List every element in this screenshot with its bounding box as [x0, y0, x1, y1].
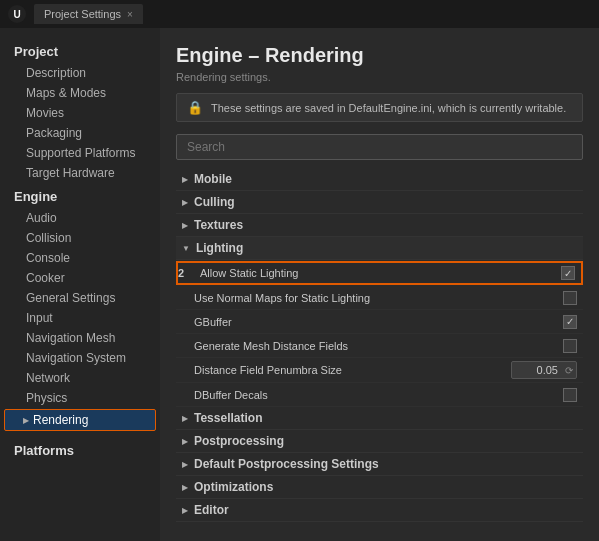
titlebar: U Project Settings × — [0, 0, 599, 28]
sidebar-item-supported-platforms[interactable]: Supported Platforms — [0, 143, 160, 163]
sidebar-section-platforms: Platforms — [0, 437, 160, 462]
prop-normal-maps: Use Normal Maps for Static Lighting — [176, 286, 583, 310]
tab-label: Project Settings — [44, 8, 121, 20]
sidebar-item-audio[interactable]: Audio — [0, 208, 160, 228]
sidebar-item-collision[interactable]: Collision — [0, 228, 160, 248]
section-default-postprocessing[interactable]: ▶ Default Postprocessing Settings — [176, 453, 583, 476]
section-editor[interactable]: ▶ Editor — [176, 499, 583, 522]
postprocessing-label: Postprocessing — [194, 434, 284, 448]
sidebar-section-project: Project — [0, 38, 160, 63]
gbuffer-checkbox[interactable] — [563, 315, 577, 329]
distance-field-penumbra-input[interactable] — [512, 362, 562, 378]
prop-distance-field-penumbra: Distance Field Penumbra Size ⟳ — [176, 358, 583, 383]
sidebar-item-packaging[interactable]: Packaging — [0, 123, 160, 143]
prop-allow-static-lighting-value — [561, 266, 575, 280]
prop-gbuffer: GBuffer — [176, 310, 583, 334]
content-area: Engine – Rendering Rendering settings. 🔒… — [160, 28, 599, 541]
optimizations-label: Optimizations — [194, 480, 273, 494]
section-postprocessing[interactable]: ▶ Postprocessing — [176, 430, 583, 453]
num-arrow-icon[interactable]: ⟳ — [562, 365, 576, 376]
lighting-label: Lighting — [196, 241, 243, 255]
sidebar-item-maps-modes[interactable]: Maps & Modes — [0, 83, 160, 103]
section-lighting[interactable]: ▼ Lighting — [176, 237, 583, 260]
culling-label: Culling — [194, 195, 235, 209]
tessellation-arrow-icon: ▶ — [182, 414, 188, 423]
mobile-label: Mobile — [194, 172, 232, 186]
section-optimizations[interactable]: ▶ Optimizations — [176, 476, 583, 499]
prop-generate-mesh-distance-label: Generate Mesh Distance Fields — [194, 340, 563, 352]
sidebar-item-network[interactable]: Network — [0, 368, 160, 388]
prop-generate-mesh-distance: Generate Mesh Distance Fields — [176, 334, 583, 358]
normal-maps-checkbox[interactable] — [563, 291, 577, 305]
sidebar-item-target-hardware[interactable]: Target Hardware — [0, 163, 160, 183]
generate-mesh-distance-checkbox[interactable] — [563, 339, 577, 353]
sidebar-item-navigation-mesh[interactable]: Navigation Mesh — [0, 328, 160, 348]
info-bar: 🔒 These settings are saved in DefaultEng… — [176, 93, 583, 122]
sidebar-item-general-settings[interactable]: General Settings — [0, 288, 160, 308]
project-settings-tab[interactable]: Project Settings × — [34, 4, 143, 24]
close-tab-button[interactable]: × — [127, 9, 133, 20]
main-layout: Project Description Maps & Modes Movies … — [0, 28, 599, 541]
optimizations-arrow-icon: ▶ — [182, 483, 188, 492]
sidebar-section-engine: Engine — [0, 183, 160, 208]
lighting-arrow-icon: ▼ — [182, 244, 190, 253]
page-title: Engine – Rendering — [176, 44, 583, 67]
search-input[interactable] — [176, 134, 583, 160]
mobile-arrow-icon: ▶ — [182, 175, 188, 184]
prop-gbuffer-label: GBuffer — [194, 316, 563, 328]
sidebar-item-navigation-system[interactable]: Navigation System — [0, 348, 160, 368]
prop-dbuffer-decals: DBuffer Decals — [176, 383, 583, 407]
textures-label: Textures — [194, 218, 243, 232]
prop-dbuffer-decals-label: DBuffer Decals — [194, 389, 563, 401]
sidebar-item-cooker[interactable]: Cooker — [0, 268, 160, 288]
prop-normal-maps-label: Use Normal Maps for Static Lighting — [194, 292, 563, 304]
tessellation-label: Tessellation — [194, 411, 262, 425]
prop-allow-static-lighting-label: Allow Static Lighting — [200, 267, 561, 279]
sidebar-item-console[interactable]: Console — [0, 248, 160, 268]
info-message: These settings are saved in DefaultEngin… — [211, 102, 566, 114]
postprocessing-arrow-icon: ▶ — [182, 437, 188, 446]
section-mobile[interactable]: ▶ Mobile — [176, 168, 583, 191]
sidebar-item-rendering[interactable]: ▶ Rendering — [4, 409, 156, 431]
page-subtitle: Rendering settings. — [176, 71, 583, 83]
rendering-arrow-icon: ▶ — [23, 416, 29, 425]
culling-arrow-icon: ▶ — [182, 198, 188, 207]
section-tessellation[interactable]: ▶ Tessellation — [176, 407, 583, 430]
prop-distance-field-penumbra-label: Distance Field Penumbra Size — [194, 364, 511, 376]
app-logo: U — [8, 5, 26, 23]
sidebar: Project Description Maps & Modes Movies … — [0, 28, 160, 541]
sidebar-item-movies[interactable]: Movies — [0, 103, 160, 123]
annotation-badge-2: 2 — [178, 267, 184, 279]
editor-label: Editor — [194, 503, 229, 517]
sidebar-item-input[interactable]: Input — [0, 308, 160, 328]
section-culling[interactable]: ▶ Culling — [176, 191, 583, 214]
default-postprocessing-label: Default Postprocessing Settings — [194, 457, 379, 471]
distance-field-penumbra-input-wrap: ⟳ — [511, 361, 577, 379]
editor-arrow-icon: ▶ — [182, 506, 188, 515]
textures-arrow-icon: ▶ — [182, 221, 188, 230]
prop-allow-static-lighting: Allow Static Lighting — [176, 261, 583, 285]
info-icon: 🔒 — [187, 100, 203, 115]
sidebar-item-physics[interactable]: Physics — [0, 388, 160, 408]
section-textures[interactable]: ▶ Textures — [176, 214, 583, 237]
sidebar-item-description[interactable]: Description — [0, 63, 160, 83]
default-postprocessing-arrow-icon: ▶ — [182, 460, 188, 469]
allow-static-lighting-checkbox[interactable] — [561, 266, 575, 280]
dbuffer-decals-checkbox[interactable] — [563, 388, 577, 402]
